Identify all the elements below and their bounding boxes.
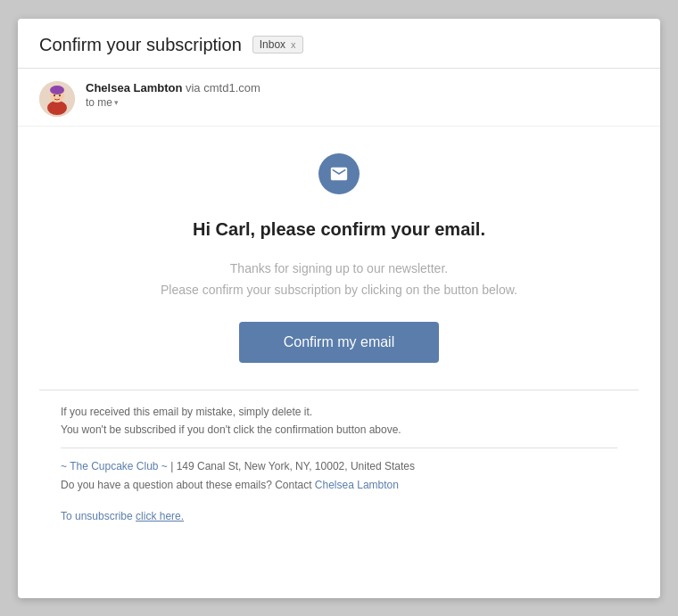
chevron-down-icon: ▾ (114, 98, 119, 107)
email-header: Confirm your subscription Inbox x (18, 19, 660, 69)
sender-name-text: Chelsea Lambton (86, 81, 182, 94)
sender-info: Chelsea Lambton via cmtd1.com to me ▾ (86, 81, 260, 109)
email-subtext1: Thanks for signing up to our newsletter. (230, 261, 448, 275)
confirm-email-button[interactable]: Confirm my email (239, 322, 439, 363)
footer-mistake-line1: If you received this email by mistake, s… (61, 406, 312, 418)
to-me-dropdown[interactable]: to me ▾ (86, 96, 260, 109)
mail-icon (318, 153, 360, 194)
footer-divider-middle (61, 448, 617, 448)
email-headline: Hi Carl, please confirm your email. (193, 219, 485, 240)
avatar (39, 81, 75, 117)
org-address: | 149 Canal St, New York, NY, 10002, Uni… (170, 460, 415, 472)
footer-contact-prefix: Do you have a question about these email… (61, 479, 312, 491)
email-body: Hi Carl, please confirm your email. Than… (18, 127, 660, 559)
sender-name: Chelsea Lambton via cmtd1.com (86, 81, 260, 94)
to-me-label: to me (86, 96, 112, 109)
sender-via: via cmtd1.com (186, 81, 260, 94)
svg-point-4 (54, 94, 55, 95)
footer-mistake-line2: You won't be subscribed if you don't cli… (61, 423, 401, 436)
svg-point-1 (47, 101, 67, 115)
inbox-badge: Inbox x (252, 36, 303, 53)
footer-divider-top (39, 390, 639, 390)
unsubscribe-link[interactable]: click here. (136, 510, 184, 522)
email-client: Confirm your subscription Inbox x (18, 19, 660, 598)
org-name: ~ The Cupcake Club ~ (61, 460, 168, 472)
email-subject: Confirm your subscription (39, 35, 242, 55)
footer-contact-link[interactable]: Chelsea Lambton (315, 479, 399, 491)
sender-row: Chelsea Lambton via cmtd1.com to me ▾ (18, 69, 660, 127)
footer-address: ~ The Cupcake Club ~ | 149 Canal St, New… (61, 457, 617, 494)
email-subtext2: Please confirm your subscription by clic… (161, 283, 517, 297)
footer-mistake-text: If you received this email by mistake, s… (61, 403, 617, 439)
unsubscribe-section: To unsubscribe click here. (61, 510, 617, 522)
close-icon[interactable]: x (291, 39, 296, 50)
inbox-label: Inbox (260, 38, 285, 51)
footer-section: If you received this email by mistake, s… (39, 403, 639, 541)
svg-point-5 (59, 94, 61, 95)
unsubscribe-prefix: To unsubscribe (61, 510, 133, 522)
svg-point-3 (50, 86, 64, 94)
